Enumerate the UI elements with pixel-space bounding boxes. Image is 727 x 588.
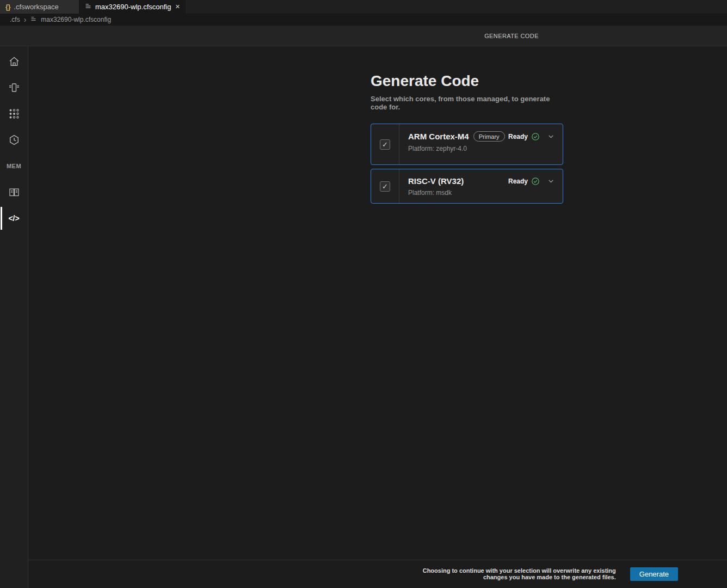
breadcrumb: .cfs › max32690-wlp.cfsconfig	[0, 14, 727, 26]
sidebar-item-generate-code[interactable]: </>	[0, 205, 28, 231]
status-label: Ready	[508, 177, 528, 185]
overwrite-warning: Choosing to continue with your selection…	[423, 568, 616, 581]
platform-label: Platform: msdk	[408, 189, 555, 197]
chevron-down-icon[interactable]	[547, 132, 555, 140]
platform-label: Platform: zephyr-4.0	[408, 145, 555, 158]
code-icon: </>	[8, 214, 19, 223]
sidebar-item-registers[interactable]	[0, 101, 28, 127]
generate-code-view: Generate Code Select which cores, from t…	[28, 46, 727, 588]
core-checkbox[interactable]: ✓	[380, 181, 390, 192]
editor-tab-bar: {} .cfsworkspace max32690-wlp.cfsconfig …	[0, 0, 727, 14]
config-tool-header: GENERATE CODE	[0, 26, 727, 46]
tab-cfsconfig[interactable]: max32690-wlp.cfsconfig ✕	[79, 0, 186, 14]
checkmark-icon: ✓	[382, 182, 388, 191]
chip-icon	[8, 81, 21, 94]
core-name: RISC-V (RV32)	[408, 176, 464, 186]
sidebar-item-memory[interactable]: MEM	[0, 153, 28, 179]
page-subtitle: Select which cores, from those managed, …	[371, 95, 563, 111]
book-icon	[8, 186, 21, 199]
generate-button[interactable]: Generate	[630, 567, 678, 581]
check-circle-icon	[531, 132, 540, 141]
checkbox-cell: ✓	[371, 124, 399, 164]
breadcrumb-root[interactable]: .cfs	[10, 16, 20, 23]
footer-bar: Choosing to continue with your selection…	[28, 560, 727, 588]
core-card-arm-cortex-m4: ✓ ARM Cortex-M4 Primary Ready	[371, 124, 563, 165]
page-title: Generate Code	[371, 72, 563, 90]
core-name: ARM Cortex-M4	[408, 132, 469, 141]
cfsconfig-file-icon	[30, 15, 37, 24]
core-card-risc-v: ✓ RISC-V (RV32) Ready	[371, 169, 563, 204]
core-checkbox[interactable]: ✓	[380, 139, 390, 150]
hexagon-clock-icon	[8, 133, 21, 146]
checkmark-icon: ✓	[382, 140, 388, 149]
json-file-icon: {}	[5, 3, 10, 11]
tab-label: .cfsworkspace	[14, 3, 58, 11]
status-label: Ready	[508, 133, 528, 140]
tab-label: max32690-wlp.cfsconfig	[95, 3, 171, 11]
close-icon[interactable]: ✕	[175, 3, 180, 10]
tab-cfsworkspace[interactable]: {} .cfsworkspace	[0, 0, 79, 14]
dots-grid-icon	[8, 107, 21, 120]
breadcrumb-file[interactable]: max32690-wlp.cfsconfig	[41, 16, 111, 23]
chevron-down-icon[interactable]	[547, 177, 555, 185]
check-circle-icon	[531, 177, 540, 186]
memory-icon: MEM	[7, 163, 21, 169]
sidebar-item-documentation[interactable]	[0, 179, 28, 205]
sidebar-item-clock-config[interactable]	[0, 127, 28, 153]
sidebar-item-pin-config[interactable]	[0, 75, 28, 101]
chevron-right-icon: ›	[24, 16, 27, 23]
tool-sidebar: MEM </>	[0, 46, 28, 588]
checkbox-cell: ✓	[371, 169, 399, 203]
cfsconfig-file-icon	[84, 2, 92, 11]
header-tab-generate-code[interactable]: GENERATE CODE	[484, 33, 539, 39]
home-icon	[8, 55, 21, 68]
sidebar-item-home[interactable]	[0, 48, 28, 75]
primary-badge: Primary	[473, 131, 505, 142]
active-indicator	[1, 207, 2, 230]
